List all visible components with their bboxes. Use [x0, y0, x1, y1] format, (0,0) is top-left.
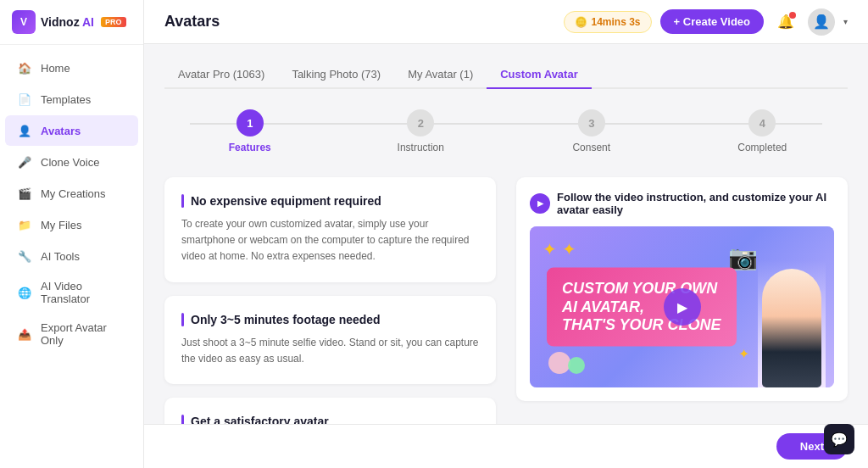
step-4-circle: 4 [748, 109, 776, 136]
feature-2-desc: Just shoot a 3~5 minute selfie video. St… [181, 335, 479, 367]
feature-card-1: No expensive equipment required To creat… [164, 177, 496, 282]
feature-card-3: Get a satisfactory avatar Upload your vi… [164, 398, 496, 424]
features-layout: No expensive equipment required To creat… [164, 177, 848, 424]
overlay-line1: CUSTOM YOUR OWN [562, 280, 721, 298]
avatar-figure-container [758, 260, 826, 387]
credits-button[interactable]: 🪙 14mins 3s [564, 11, 652, 33]
clone-voice-icon: 🎤 [17, 154, 32, 170]
pro-badge: PRO [101, 17, 126, 27]
sidebar-item-export-avatar-only[interactable]: 📤 Export Avatar Only [5, 314, 138, 354]
features-list: No expensive equipment required To creat… [164, 177, 496, 424]
step-4: 4 Completed [677, 109, 849, 153]
overlay-line3: THAT'S YOUR CLONE [562, 316, 721, 335]
video-thumbnail[interactable]: ✦ ✦ ✦ 📷 CUSTOM YOUR OWN AI AVATAR, THAT'… [530, 226, 834, 387]
sidebar-item-my-creations[interactable]: 🎬 My Creations [5, 178, 138, 209]
step-1-label: Features [229, 142, 271, 153]
step-2-label: Instruction [398, 142, 444, 153]
feature-3-title: Get a satisfactory avatar [181, 415, 479, 424]
feature-card-2: Only 3~5 minutes footage needed Just sho… [164, 296, 496, 384]
svg-point-0 [548, 352, 570, 374]
play-icon: ▶ [530, 193, 550, 214]
logo-icon: V [12, 10, 36, 34]
sidebar-item-avatars-label: Avatars [41, 125, 81, 137]
video-header: ▶ Follow the video instruction, and cust… [530, 191, 834, 216]
topbar: Avatars 🪙 14mins 3s + Create Video 🔔 👤 ▾ [144, 0, 868, 44]
sidebar-item-clone-voice-label: Clone Voice [41, 156, 99, 169]
feature-1-desc: To create your own customized avatar, si… [181, 216, 479, 265]
tab-my-avatar[interactable]: My Avatar (1) [394, 61, 487, 89]
topbar-right: 🪙 14mins 3s + Create Video 🔔 👤 ▾ [564, 8, 849, 36]
ai-tools-icon: 🔧 [17, 248, 32, 264]
home-icon: 🏠 [17, 60, 32, 75]
bottom-bar: Next [144, 424, 868, 468]
step-1: 1 Features [164, 109, 336, 153]
my-creations-icon: 🎬 [17, 186, 32, 201]
sidebar-item-my-files-label: My Files [41, 219, 81, 231]
create-video-button[interactable]: + Create Video [660, 9, 764, 34]
credits-icon: 🪙 [575, 16, 587, 28]
credits-value: 14mins 3s [592, 16, 641, 28]
notifications-button[interactable]: 🔔 [772, 8, 799, 36]
video-panel: ▶ Follow the video instruction, and cust… [516, 177, 848, 424]
sidebar-item-templates-label: Templates [41, 93, 91, 106]
sidebar-nav: 🏠 Home 📄 Templates 👤 Avatars 🎤 Clone Voi… [0, 45, 143, 362]
sidebar-item-ai-video-translator-label: AI Video Translator [41, 280, 126, 305]
user-avatar[interactable]: 👤 [808, 8, 835, 36]
sidebar-item-home-label: Home [41, 62, 70, 75]
logo-area: V Vidnoz AI PRO [0, 0, 143, 45]
my-files-icon: 📁 [17, 217, 32, 232]
step-3: 3 Consent [506, 109, 677, 153]
avatars-icon: 👤 [17, 123, 32, 138]
chevron-down-icon[interactable]: ▾ [843, 17, 848, 26]
sidebar-item-ai-tools[interactable]: 🔧 AI Tools [5, 241, 138, 271]
logo-text: Vidnoz AI [41, 15, 94, 29]
feature-2-title: Only 3~5 minutes footage needed [181, 313, 479, 326]
star-decoration-1: ✦ ✦ [542, 239, 576, 259]
tab-custom-avatar[interactable]: Custom Avatar [487, 61, 592, 89]
sidebar-item-ai-video-translator[interactable]: 🌐 AI Video Translator [5, 272, 138, 313]
sidebar-item-export-avatar-label: Export Avatar Only [41, 321, 126, 347]
video-instruction-card: ▶ Follow the video instruction, and cust… [516, 177, 848, 401]
play-button-overlay[interactable]: ▶ [664, 288, 701, 326]
templates-icon: 📄 [17, 92, 32, 107]
star-decoration-2: ✦ [738, 346, 749, 362]
sidebar-item-home[interactable]: 🏠 Home [5, 53, 138, 83]
sidebar-item-my-files[interactable]: 📁 My Files [5, 209, 138, 240]
step-3-label: Consent [572, 142, 610, 153]
step-3-circle: 3 [578, 109, 605, 136]
video-header-text: Follow the video instruction, and custom… [557, 191, 834, 216]
sidebar-item-avatars[interactable]: 👤 Avatars [5, 115, 138, 146]
video-background: ✦ ✦ ✦ 📷 CUSTOM YOUR OWN AI AVATAR, THAT'… [530, 226, 834, 387]
sidebar-item-ai-tools-label: AI Tools [41, 250, 80, 263]
step-2-circle: 2 [407, 109, 434, 136]
tab-talking-photo[interactable]: Talking Photo (73) [278, 61, 394, 89]
camera-icon: 📷 [728, 243, 758, 271]
sidebar-item-my-creations-label: My Creations [41, 187, 106, 200]
sidebar-item-clone-voice[interactable]: 🎤 Clone Voice [5, 147, 138, 177]
step-1-circle: 1 [236, 109, 264, 136]
feature-1-title: No expensive equipment required [181, 194, 479, 208]
main-area: Avatars 🪙 14mins 3s + Create Video 🔔 👤 ▾… [144, 0, 868, 468]
sidebar: V Vidnoz AI PRO 🏠 Home 📄 Templates 👤 Ava… [0, 0, 144, 468]
step-2: 2 Instruction [336, 109, 507, 153]
video-overlay-text: CUSTOM YOUR OWN AI AVATAR, THAT'S YOUR C… [547, 268, 737, 347]
sidebar-item-templates[interactable]: 📄 Templates [5, 84, 138, 114]
chat-support-button[interactable]: 💬 [824, 424, 854, 454]
page-title: Avatars [164, 13, 220, 31]
tab-avatar-pro[interactable]: Avatar Pro (1063) [164, 61, 278, 89]
stepper: 1 Features 2 Instruction 3 Consent 4 Com… [164, 109, 848, 153]
avatar-tabs: Avatar Pro (1063) Talking Photo (73) My … [164, 61, 848, 89]
avatar-figure [762, 269, 821, 387]
chat-icon-symbol: 💬 [831, 432, 848, 448]
export-avatar-icon: 📤 [17, 326, 32, 342]
content-area: Avatar Pro (1063) Talking Photo (73) My … [144, 44, 868, 424]
circle-decorations [547, 350, 589, 379]
notification-dot [789, 12, 796, 19]
ai-video-translator-icon: 🌐 [17, 285, 32, 300]
user-icon: 👤 [813, 14, 830, 30]
svg-point-1 [568, 357, 585, 374]
step-4-label: Completed [737, 142, 787, 153]
